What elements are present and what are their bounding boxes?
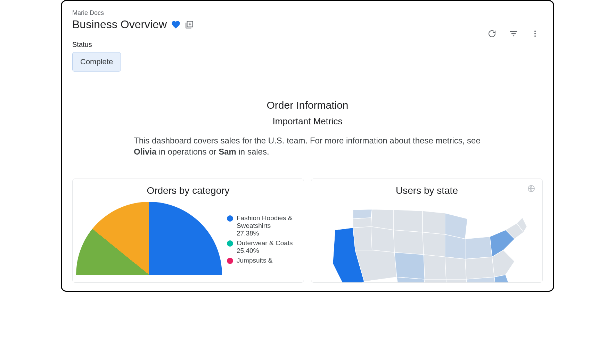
top-actions — [486, 28, 541, 39]
section-description: This dashboard covers sales for the U.S.… — [130, 135, 485, 158]
desc-contact-1: Olivia — [134, 147, 156, 156]
legend-swatch-icon — [227, 215, 233, 222]
refresh-icon — [488, 30, 496, 38]
app-frame: Marie Docs Business Overview — [61, 0, 554, 292]
filter-button[interactable] — [508, 28, 519, 39]
desc-text-3: in sales. — [236, 147, 269, 156]
page-title: Business Overview — [72, 18, 167, 31]
legend-swatch-icon — [227, 258, 233, 264]
legend-swatch-icon — [227, 240, 233, 247]
legend-item[interactable]: Outerwear & Coats 25.40% — [227, 239, 293, 255]
panels-row: Orders by category Fashion Hoodies & Swe… — [62, 158, 553, 283]
pie-chart-area: Fashion Hoodies & Sweatshirts 27.38% Out… — [80, 202, 297, 275]
panel-users-by-state: Users by state — [311, 179, 543, 283]
legend-label: Outerwear & Coats 25.40% — [237, 239, 293, 255]
legend-label: Fashion Hoodies & Sweatshirts 27.38% — [237, 214, 293, 237]
panel-users-title: Users by state — [318, 185, 535, 196]
desc-text-2: in operations or — [156, 147, 219, 156]
pie-legend: Fashion Hoodies & Sweatshirts 27.38% Out… — [227, 202, 293, 266]
title-row: Business Overview — [72, 18, 543, 31]
legend-item[interactable]: Jumpsuits & — [227, 257, 293, 264]
refresh-button[interactable] — [486, 28, 498, 39]
legend-label: Jumpsuits & — [237, 257, 272, 264]
legend-item[interactable]: Fashion Hoodies & Sweatshirts 27.38% — [227, 214, 293, 237]
more-button[interactable] — [530, 28, 541, 39]
section-subtitle: Important Metrics — [62, 116, 553, 127]
globe-icon[interactable] — [527, 184, 535, 194]
add-to-collection-icon[interactable] — [185, 20, 194, 29]
pie-slices — [76, 202, 222, 275]
header: Marie Docs Business Overview — [62, 1, 553, 34]
us-map[interactable] — [318, 202, 535, 283]
panel-orders-title: Orders by category — [80, 185, 297, 196]
filters-bar: Status Complete — [62, 34, 553, 78]
pie-chart[interactable] — [76, 202, 222, 275]
more-vert-icon — [531, 30, 539, 38]
filter-status-label: Status — [72, 41, 543, 49]
desc-contact-2: Sam — [219, 147, 236, 156]
desc-text-1: This dashboard covers sales for the U.S.… — [134, 136, 481, 145]
filter-icon — [509, 30, 518, 38]
svg-point-3 — [534, 35, 536, 37]
favorite-heart-icon[interactable] — [171, 20, 181, 30]
breadcrumb[interactable]: Marie Docs — [72, 9, 543, 17]
svg-point-1 — [534, 31, 536, 32]
filter-status-chip[interactable]: Complete — [72, 52, 121, 72]
svg-point-2 — [534, 33, 536, 34]
section-title: Order Information — [62, 99, 553, 111]
info-block: Order Information Important Metrics This… — [62, 99, 553, 158]
panel-orders-by-category: Orders by category Fashion Hoodies & Swe… — [72, 179, 304, 283]
